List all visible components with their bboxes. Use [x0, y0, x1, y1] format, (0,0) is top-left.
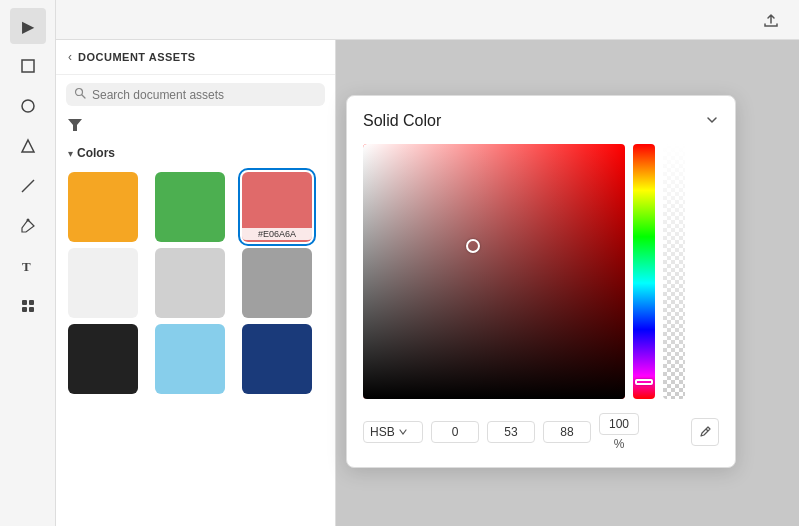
- svg-text:T: T: [22, 259, 31, 274]
- search-icon: [74, 87, 86, 102]
- toolbar: ▶ T: [0, 0, 56, 526]
- brightness-field: [543, 421, 591, 443]
- colors-section-title: Colors: [77, 146, 115, 160]
- svg-point-10: [76, 89, 83, 96]
- component-tool[interactable]: [10, 288, 46, 324]
- color-swatch[interactable]: #E06A6A: [242, 172, 312, 242]
- color-swatch[interactable]: [68, 324, 138, 394]
- svg-rect-6: [22, 300, 27, 305]
- gradient-cursor: [466, 239, 480, 253]
- svg-line-11: [82, 95, 85, 98]
- filter-row: [56, 114, 335, 142]
- color-swatch[interactable]: [68, 248, 138, 318]
- hsb-row: HSB %: [363, 413, 719, 451]
- filter-icon[interactable]: [68, 118, 82, 134]
- gradient-picker[interactable]: [363, 144, 625, 399]
- svg-marker-12: [68, 119, 82, 131]
- svg-line-13: [706, 429, 708, 431]
- brightness-input[interactable]: [543, 421, 591, 443]
- hsb-dropdown-icon: [398, 427, 408, 437]
- saturation-field: [487, 421, 535, 443]
- color-swatch-label: #E06A6A: [242, 228, 312, 240]
- svg-point-1: [22, 100, 34, 112]
- select-tool[interactable]: ▶: [10, 8, 46, 44]
- colors-section-header[interactable]: ▾ Colors: [56, 142, 335, 168]
- saturation-input[interactable]: [487, 421, 535, 443]
- hsb-mode-label: HSB: [370, 425, 395, 439]
- hue-field: [431, 421, 479, 443]
- upload-icon[interactable]: [755, 4, 787, 36]
- text-tool[interactable]: T: [10, 248, 46, 284]
- line-tool[interactable]: [10, 168, 46, 204]
- svg-marker-2: [22, 140, 34, 152]
- svg-point-4: [26, 219, 29, 222]
- search-input[interactable]: [92, 88, 317, 102]
- color-swatch[interactable]: [242, 324, 312, 394]
- chevron-down-icon: [705, 113, 719, 130]
- hue-input[interactable]: [431, 421, 479, 443]
- colors-chevron-icon: ▾: [68, 148, 73, 159]
- search-bar: [66, 83, 325, 106]
- top-bar: [56, 0, 799, 40]
- triangle-tool[interactable]: [10, 128, 46, 164]
- color-swatch[interactable]: [68, 172, 138, 242]
- color-swatch[interactable]: [155, 172, 225, 242]
- assets-title: Document Assets: [78, 51, 196, 63]
- main-content: ‹ Document Assets: [56, 0, 799, 526]
- gradient-area: [363, 144, 719, 399]
- color-swatch[interactable]: [155, 324, 225, 394]
- svg-rect-8: [22, 307, 27, 312]
- opacity-field: %: [599, 413, 639, 451]
- pen-tool[interactable]: [10, 208, 46, 244]
- color-picker-panel: Solid Color: [346, 95, 736, 468]
- picker-title: Solid Color: [363, 112, 441, 130]
- hue-thumb: [635, 379, 653, 385]
- back-arrow[interactable]: ‹: [68, 50, 72, 64]
- color-type-dropdown[interactable]: [705, 113, 719, 130]
- color-swatch[interactable]: [155, 248, 225, 318]
- picker-header: Solid Color: [363, 112, 719, 130]
- colors-grid: #E06A6A: [56, 168, 335, 398]
- eyedropper-button[interactable]: [691, 418, 719, 446]
- rectangle-tool[interactable]: [10, 48, 46, 84]
- svg-rect-0: [22, 60, 34, 72]
- color-swatch[interactable]: [242, 248, 312, 318]
- svg-line-3: [22, 180, 34, 192]
- svg-rect-9: [29, 307, 34, 312]
- hsb-mode-select[interactable]: HSB: [363, 421, 423, 443]
- opacity-input[interactable]: [599, 413, 639, 435]
- opacity-slider[interactable]: [663, 144, 685, 399]
- ellipse-tool[interactable]: [10, 88, 46, 124]
- assets-panel: ‹ Document Assets: [56, 40, 336, 526]
- hue-slider[interactable]: [633, 144, 655, 399]
- assets-header: ‹ Document Assets: [56, 40, 335, 75]
- percent-label: %: [614, 437, 625, 451]
- svg-rect-7: [29, 300, 34, 305]
